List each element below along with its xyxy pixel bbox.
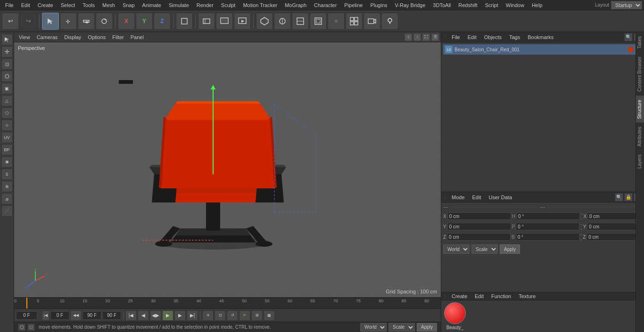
pb-extra-2[interactable]: ⊡: [215, 310, 226, 321]
attr-world-select[interactable]: World: [443, 244, 470, 254]
p-rot-input[interactable]: [516, 223, 579, 230]
play-back-button[interactable]: ◀▶: [150, 310, 161, 321]
b-rot-input[interactable]: [516, 233, 579, 241]
sidebar-knife-btn[interactable]: ⌀: [1, 193, 13, 204]
obj-row-chair[interactable]: L0 Beauty_Salon_Chair_Red_001: [443, 44, 642, 55]
vp-menu-view[interactable]: View: [16, 34, 33, 40]
obj-file-menu[interactable]: File: [449, 34, 463, 40]
scale-select[interactable]: Scale: [388, 323, 415, 332]
tab-takes[interactable]: Takes: [636, 32, 644, 52]
vp-menu-panel[interactable]: Panel: [128, 34, 147, 40]
render-region-button[interactable]: [198, 13, 215, 30]
sidebar-rotate-btn[interactable]: [1, 71, 13, 82]
attr-mode-menu[interactable]: Mode: [449, 194, 468, 201]
mat-texture-menu[interactable]: Texture: [516, 293, 538, 300]
menu-sculpt[interactable]: Sculpt: [218, 1, 239, 9]
menu-window[interactable]: Window: [503, 1, 528, 9]
x-pos-input[interactable]: [447, 212, 511, 220]
menu-animate[interactable]: Animate: [139, 1, 165, 9]
z-axis-button[interactable]: Z: [154, 13, 171, 30]
attr-scale-select[interactable]: Scale: [471, 244, 498, 254]
z-pos-input[interactable]: [447, 233, 511, 241]
attr-apply-button[interactable]: Apply: [500, 244, 520, 254]
end-frame-input[interactable]: [83, 311, 101, 320]
attr-lock-icon[interactable]: 🔒: [624, 193, 633, 202]
obj-edit-menu[interactable]: Edit: [465, 34, 479, 40]
goto-end-button[interactable]: ▶|: [187, 310, 198, 321]
x-axis-button[interactable]: X: [118, 13, 135, 30]
mat-create-menu[interactable]: Create: [449, 293, 470, 300]
mat-function-menu[interactable]: Function: [488, 293, 514, 300]
tab-structure[interactable]: Structure: [636, 96, 644, 123]
vp-menu-cameras[interactable]: Cameras: [34, 34, 61, 40]
layout-dropdown[interactable]: Startup: [611, 1, 642, 9]
menu-3dtoall[interactable]: 3DToAll: [429, 1, 454, 9]
step-back-button[interactable]: ◀: [138, 310, 149, 321]
y-pos-input[interactable]: [447, 223, 511, 230]
play-forward-button[interactable]: ▶: [162, 310, 173, 321]
rotate-button[interactable]: [96, 13, 113, 30]
material-swatch[interactable]: [444, 302, 466, 324]
world-select[interactable]: World: [360, 323, 387, 332]
menu-plugins[interactable]: Plugins: [367, 1, 390, 9]
sidebar-move-btn[interactable]: ✛: [1, 46, 13, 57]
sidebar-magnet-btn[interactable]: ⊕: [1, 181, 13, 192]
undo-button[interactable]: ↩: [2, 13, 19, 30]
render-view-button[interactable]: [216, 13, 233, 30]
menu-edit[interactable]: Edit: [18, 1, 33, 9]
sidebar-uv-btn[interactable]: UV: [1, 132, 13, 143]
sidebar-sculpt2-btn[interactable]: S: [1, 169, 13, 180]
pb-extra-5[interactable]: ⊞: [251, 310, 263, 321]
attr-search-icon[interactable]: 🔍: [615, 193, 623, 202]
sym-button[interactable]: ◇: [328, 13, 345, 30]
spline-button[interactable]: [292, 13, 309, 30]
vp-menu-display[interactable]: Display: [61, 34, 84, 40]
end-frame-input2[interactable]: [102, 311, 121, 320]
vp-ctrl-3[interactable]: ⛶: [422, 33, 430, 41]
pb-extra-4[interactable]: P: [239, 310, 250, 321]
menu-create[interactable]: Create: [34, 1, 57, 9]
object-mode-button[interactable]: [176, 13, 193, 30]
sidebar-edge-btn[interactable]: △: [1, 95, 13, 106]
light-button[interactable]: [381, 13, 398, 30]
sidebar-select-btn[interactable]: [1, 34, 13, 45]
tab-layers[interactable]: Layers: [636, 150, 644, 172]
camera-button[interactable]: [363, 13, 380, 30]
obj-bookmarks-menu[interactable]: Bookmarks: [525, 34, 556, 40]
play-start-button[interactable]: |◀: [42, 310, 50, 321]
menu-mesh[interactable]: Mesh: [99, 1, 118, 9]
sidebar-snap-btn[interactable]: ⋰: [1, 205, 13, 217]
menu-pipeline[interactable]: Pipeline: [341, 1, 366, 9]
cube-button[interactable]: [256, 13, 273, 30]
vp-menu-options[interactable]: Options: [85, 34, 108, 40]
goto-start-button[interactable]: |◀: [125, 310, 137, 321]
apply-button[interactable]: Apply: [417, 323, 437, 332]
redo-button[interactable]: ↪: [20, 13, 37, 30]
obj-search-icon[interactable]: 🔍: [624, 33, 633, 41]
render-button[interactable]: [234, 13, 251, 30]
menu-vray[interactable]: V-Ray Bridge: [392, 1, 429, 9]
obj-tags-menu[interactable]: Tags: [506, 34, 523, 40]
layout-selector[interactable]: Layout Startup: [595, 1, 642, 9]
vp-ctrl-1[interactable]: ⊹: [405, 33, 412, 41]
pb-extra-6[interactable]: ▦: [264, 310, 275, 321]
vp-menu-filter[interactable]: Filter: [109, 34, 126, 40]
deformer-button[interactable]: [310, 13, 327, 30]
sidebar-scale-btn[interactable]: ⊡: [1, 58, 13, 70]
menu-motion-tracker[interactable]: Motion Tracker: [239, 1, 281, 9]
timeline[interactable]: 051015202530354045505560657075808590: [14, 297, 441, 308]
menu-snap[interactable]: Snap: [119, 1, 138, 9]
h-rot-input[interactable]: [516, 212, 580, 220]
pb-extra-3[interactable]: ↺: [227, 310, 238, 321]
start-frame-input[interactable]: [50, 311, 69, 320]
menu-file[interactable]: File: [2, 1, 17, 9]
vp-ctrl-2[interactable]: ↕: [413, 33, 421, 41]
tab-attributes[interactable]: Attributes: [636, 122, 644, 150]
menu-redshift[interactable]: Redshift: [455, 1, 480, 9]
sidebar-paint-btn[interactable]: [1, 156, 13, 168]
status-icon-2[interactable]: □: [27, 324, 35, 331]
move-button[interactable]: ✛: [60, 13, 77, 30]
sidebar-pts-btn[interactable]: ⊹: [1, 120, 13, 131]
menu-help[interactable]: Help: [528, 1, 546, 9]
sidebar-bp-btn[interactable]: BP: [1, 144, 13, 155]
